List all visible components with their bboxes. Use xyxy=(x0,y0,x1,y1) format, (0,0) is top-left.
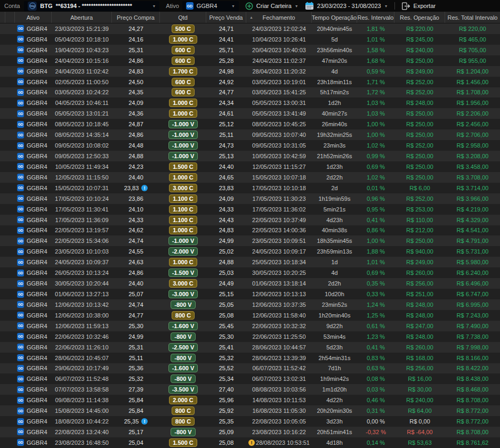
res-intervalo-cell: 1,88 % xyxy=(357,248,394,255)
table-row[interactable]: GD GGBR4 07/07/2023 13:58:58 27,39 ! -3.… xyxy=(0,384,500,395)
tempo-operacao-cell: 23h59min13s xyxy=(312,248,357,255)
table-row[interactable]: GD GGBR4 23/05/2023 10:10:03 24,55 ! -2.… xyxy=(0,246,500,257)
table-row[interactable]: GD GGBR4 17/05/2023 11:30:41 24,10 ! 1.1… xyxy=(0,204,500,215)
asset-symbol: GGBR4 xyxy=(27,344,47,351)
abertura-cell: 09/08/2023 11:14:38 xyxy=(52,397,112,403)
table-row[interactable]: GD GGBR4 12/06/2023 10:38:00 24,77 ! 800… xyxy=(0,310,500,321)
table-row[interactable]: GD GGBR4 12/06/2023 10:13:42 24,74 ! -80… xyxy=(0,299,500,310)
preco-venda-cell: 24,09 xyxy=(206,196,246,202)
table-row[interactable]: GD GGBR4 08/05/2023 14:35:14 24,86 ! -1.… xyxy=(0,129,500,140)
qtd-cell: -800 V xyxy=(160,354,206,362)
table-row[interactable]: GD GGBR4 17/05/2023 10:10:24 23,86 ! 1.1… xyxy=(0,193,500,204)
tempo-operacao-cell: 47min20s xyxy=(312,58,357,64)
table-row[interactable]: GD GGBR4 23/03/2023 15:21:39 24,27 ! 500… xyxy=(0,23,500,34)
table-row[interactable]: GD GGBR4 24/04/2023 10:15:16 24,86 ! 600… xyxy=(0,55,500,66)
table-row[interactable]: GD GGBR4 28/06/2023 10:45:07 25,11 ! -80… xyxy=(0,353,500,363)
col-header-res-total-intervalo[interactable]: Res. Total Intervalo xyxy=(445,12,500,23)
table-row[interactable]: GD GGBR4 09/05/2023 10:08:02 24,48 ! -1.… xyxy=(0,140,500,151)
exportar-button[interactable]: Exportar xyxy=(401,2,436,10)
table-row[interactable]: GD GGBR4 26/05/2023 10:13:24 24,86 ! -1.… xyxy=(0,267,500,278)
col-header-tempo-operacao[interactable]: Tempo Operação xyxy=(312,12,357,23)
table-row[interactable]: GD GGBR4 05/05/2023 13:01:21 24,36 ! 1.0… xyxy=(0,108,500,119)
table-row[interactable]: GD GGBR4 22/06/2023 11:26:10 25,31 ! -2.… xyxy=(0,342,500,353)
table-row[interactable]: GD GGBR4 23/08/2023 16:48:50 25,04 ! 1.5… xyxy=(0,437,500,448)
table-row[interactable]: GD GGBR4 08/05/2023 10:18:45 24,87 ! -1.… xyxy=(0,119,500,129)
preco-compra-value: 24,63 xyxy=(128,259,143,265)
preco-venda-cell: 25,32 xyxy=(206,355,246,361)
abertura-cell: 22/06/2023 10:32:46 xyxy=(52,333,112,340)
table-row[interactable]: GD GGBR4 15/05/2023 10:07:31 23,83 ! 3.0… xyxy=(0,183,500,193)
table-row[interactable]: GD GGBR4 12/06/2023 11:59:13 25,30 ! -1.… xyxy=(0,321,500,331)
fechamento-value: 12/06/2023 10:37:35 xyxy=(252,302,306,308)
table-row[interactable]: GD GGBR4 05/04/2023 10:18:10 24,16 ! 1.0… xyxy=(0,34,500,45)
preco-venda-value: 24,92 xyxy=(219,79,234,85)
qtd-cell: 2.000 C xyxy=(160,396,206,404)
abertura-cell: 28/06/2023 10:45:07 xyxy=(52,355,112,361)
fechamento-value: 06/07/2023 13:02:31 xyxy=(252,376,306,382)
col-header-preco-compra[interactable]: Preço Compra xyxy=(112,12,160,23)
tempo-operacao-cell: 2d2h xyxy=(312,280,357,287)
table-row[interactable]: GD GGBR4 24/04/2023 11:02:42 24,83 ! 1.7… xyxy=(0,66,500,77)
table-row[interactable]: GD GGBR4 01/06/2023 13:27:13 25,07 ! -3.… xyxy=(0,289,500,299)
preco-venda-cell: 25,03 xyxy=(206,270,246,276)
table-row[interactable]: GD GGBR4 09/08/2023 11:14:38 25,84 ! 2.0… xyxy=(0,395,500,405)
asset-select[interactable]: GD GGBR4 ▼ xyxy=(182,1,239,11)
ativo-label: Ativo xyxy=(166,3,179,9)
asset-logo-icon: GD xyxy=(17,25,24,32)
qtd-badge: -1.000 V xyxy=(168,131,198,139)
fechamento-value: 08/08/2023 10:03:56 xyxy=(252,386,306,393)
table-row[interactable]: GD GGBR4 02/05/2023 11:00:50 24,50 ! 600… xyxy=(0,77,500,87)
table-row[interactable]: GD GGBR4 09/05/2023 12:50:33 24,88 ! -1.… xyxy=(0,151,500,161)
res-intervalo-cell: 1,58 % xyxy=(357,47,394,53)
preco-venda-value: 24,83 xyxy=(219,227,234,233)
asset-symbol: GGBR4 xyxy=(27,439,47,446)
asset-symbol: GGBR4 xyxy=(27,185,47,191)
fechamento-cell: ! 22/05/2023 10:37:49 xyxy=(246,217,312,223)
col-header-fechamento[interactable]: ▲ Fechamento xyxy=(246,12,312,23)
table-row[interactable]: GD GGBR4 22/05/2023 13:19:57 24,62 ! 1.0… xyxy=(0,225,500,236)
table-row[interactable]: GD GGBR4 22/08/2023 13:24:40 25,17 ! -80… xyxy=(0,427,500,437)
table-row[interactable]: GD GGBR4 29/06/2023 10:17:49 25,36 ! -1.… xyxy=(0,363,500,374)
col-header-res-intervalo[interactable]: Res. Intervalo xyxy=(357,12,394,23)
table-row[interactable]: GD GGBR4 18/08/2023 10:44:22 25,35 ! 800… xyxy=(0,416,500,427)
table-row[interactable]: GD GGBR4 12/05/2023 11:15:50 24,40 ! 1.0… xyxy=(0,172,500,183)
res-intervalo-cell: 1,01 % xyxy=(357,259,394,265)
table-row[interactable]: GD GGBR4 10/05/2023 11:49:34 24,23 ! 1.5… xyxy=(0,161,500,172)
table-row[interactable]: GD GGBR4 06/07/2023 11:52:48 25,32 ! -80… xyxy=(0,373,500,384)
abertura-cell: 12/05/2023 11:15:50 xyxy=(52,174,112,181)
table-row[interactable]: GD GGBR4 22/06/2023 10:32:46 24,99 ! -80… xyxy=(0,331,500,342)
ativo-cell: GD GGBR4 xyxy=(15,153,52,160)
fechamento-value: 24/05/2023 10:09:17 xyxy=(252,248,306,255)
res-total-cell: R$ 220,00 xyxy=(445,26,500,32)
qtd-cell: -1.600 V xyxy=(160,364,206,372)
res-intervalo-cell: 0,61 % xyxy=(357,323,394,329)
res-operacao-cell: R$ -64,00 xyxy=(394,429,445,435)
qtd-cell: -2.500 V xyxy=(160,343,206,352)
ativo-cell: GD GGBR4 xyxy=(15,25,52,32)
date-range-select[interactable]: 23/03/2023 - 31/08/2023 ▼ xyxy=(305,2,388,10)
col-header-preco-venda[interactable]: Preço Venda xyxy=(206,12,246,23)
asset-symbol-value: GGBR4 xyxy=(197,3,217,9)
tempo-operacao-cell: 1d xyxy=(312,259,357,265)
asset-logo-icon: GD xyxy=(17,365,24,372)
asset-symbol: GGBR4 xyxy=(27,100,47,106)
table-row[interactable]: GD GGBR4 15/08/2023 14:45:00 25,84 ! 800… xyxy=(0,405,500,416)
table-row[interactable]: GD GGBR4 03/05/2023 10:24:22 24,35 ! 600… xyxy=(0,87,500,98)
account-select[interactable]: btg BTG **63194 - **********************… xyxy=(24,1,159,11)
table-row[interactable]: GD GGBR4 19/04/2023 10:43:23 25,31 ! 600… xyxy=(0,45,500,55)
col-header-qtd[interactable]: Qtd xyxy=(160,12,206,23)
table-row[interactable]: GD GGBR4 24/05/2023 10:09:37 24,63 ! 1.0… xyxy=(0,257,500,267)
col-header-res-operacao[interactable]: Res. Operação xyxy=(394,12,445,23)
table-row[interactable]: GD GGBR4 22/05/2023 15:34:06 24,74 ! -1.… xyxy=(0,235,500,246)
chevron-down-icon: ▼ xyxy=(152,4,156,8)
preco-compra-value: 24,50 xyxy=(128,79,143,85)
tempo-operacao-cell: 10d20h xyxy=(312,291,357,297)
table-row[interactable]: GD GGBR4 30/05/2023 10:20:44 24,40 ! 3.0… xyxy=(0,278,500,289)
table-row[interactable]: GD GGBR4 04/05/2023 10:46:11 24,09 ! 1.0… xyxy=(0,97,500,108)
table-row[interactable]: GD GGBR4 17/05/2023 11:36:09 24,33 ! 1.1… xyxy=(0,215,500,225)
res-operacao-cell: R$ 250,00 xyxy=(394,121,445,127)
col-header-ativo[interactable]: Ativo xyxy=(15,12,52,23)
col-header-abertura[interactable]: Abertura xyxy=(52,12,112,23)
criar-carteira-button[interactable]: Criar Carteira ▼ xyxy=(245,2,299,10)
exportar-label: Exportar xyxy=(414,3,436,9)
